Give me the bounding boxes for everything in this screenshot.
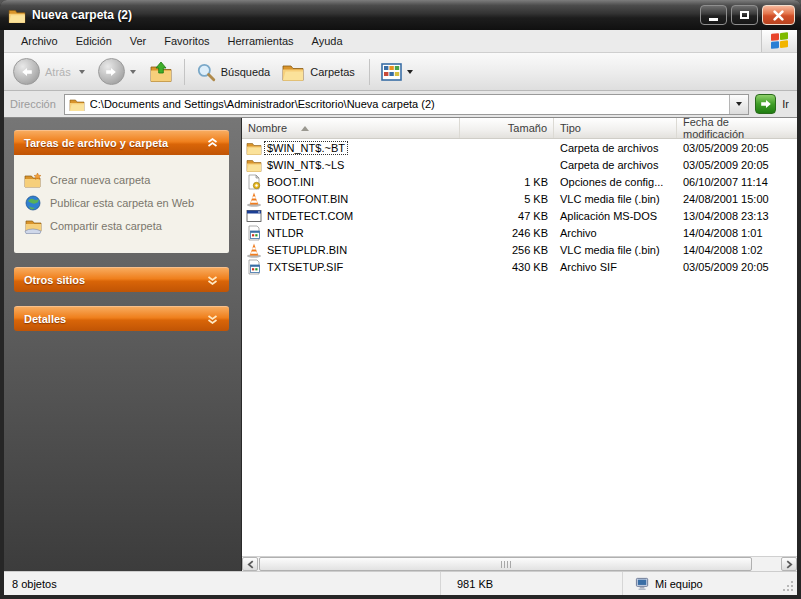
back-label: Atrás bbox=[45, 66, 71, 78]
chevron-up-icon bbox=[206, 138, 219, 148]
content-area: Tareas de archivo y carpeta Crear nueva … bbox=[4, 118, 797, 571]
column-tipo[interactable]: Tipo bbox=[554, 118, 677, 138]
panel-file-tasks: Tareas de archivo y carpeta Crear nueva … bbox=[14, 130, 229, 253]
file-size: 430 KB bbox=[460, 261, 554, 273]
file-row[interactable]: BOOT.INI 1 KB Opciones de config... 06/1… bbox=[242, 173, 797, 190]
file-name: TXTSETUP.SIF bbox=[265, 261, 345, 273]
title-bar: Nueva carpeta (2) bbox=[0, 0, 801, 30]
chevron-down-icon bbox=[206, 275, 219, 285]
panel-detalles-header[interactable]: Detalles bbox=[14, 306, 229, 331]
sort-ascending-icon bbox=[301, 126, 309, 131]
toolbar: Atrás Búsqueda bbox=[4, 53, 797, 91]
file-type: Opciones de config... bbox=[554, 176, 677, 188]
file-date: 14/04/2008 1:02 bbox=[677, 244, 797, 256]
address-input[interactable]: C:\Documents and Settings\Administrador\… bbox=[64, 94, 749, 115]
address-path: C:\Documents and Settings\Administrador\… bbox=[90, 98, 729, 110]
column-tamano[interactable]: Tamaño bbox=[460, 118, 554, 138]
search-icon bbox=[196, 62, 216, 82]
file-row[interactable]: $WIN_NT$.~LS Carpeta de archivos 03/05/2… bbox=[242, 156, 797, 173]
folders-button[interactable]: Carpetas bbox=[278, 60, 361, 84]
new-folder-icon bbox=[24, 172, 42, 188]
file-date: 24/08/2001 15:00 bbox=[677, 193, 797, 205]
system-file-icon bbox=[246, 259, 262, 275]
window-title: Nueva carpeta (2) bbox=[32, 8, 700, 22]
panel-file-tasks-header[interactable]: Tareas de archivo y carpeta bbox=[14, 130, 229, 155]
address-dropdown-button[interactable] bbox=[729, 95, 748, 114]
toolbar-separator bbox=[184, 59, 185, 85]
task-crear-nueva-carpeta[interactable]: Crear nueva carpeta bbox=[24, 172, 221, 188]
publish-web-icon bbox=[24, 195, 42, 211]
views-button[interactable] bbox=[378, 61, 421, 83]
scroll-right-button[interactable] bbox=[781, 557, 797, 571]
file-name: NTLDR bbox=[265, 227, 306, 239]
folder-icon bbox=[246, 140, 262, 156]
search-label: Búsqueda bbox=[221, 66, 271, 78]
config-file-icon bbox=[246, 174, 262, 190]
menu-ayuda[interactable]: Ayuda bbox=[303, 32, 352, 50]
forward-button[interactable] bbox=[95, 56, 144, 87]
explorer-window: Nueva carpeta (2) Archivo Edición Ver Fa… bbox=[0, 0, 801, 599]
menu-archivo[interactable]: Archivo bbox=[12, 32, 67, 50]
file-size: 256 KB bbox=[460, 244, 554, 256]
file-date: 03/05/2009 20:05 bbox=[677, 159, 797, 171]
panel-otros-sitios: Otros sitios bbox=[14, 267, 229, 292]
task-label: Crear nueva carpeta bbox=[50, 174, 150, 186]
file-type: VLC media file (.bin) bbox=[554, 193, 677, 205]
status-bar: 8 objetos 981 KB Mi equipo bbox=[4, 571, 797, 595]
task-label: Compartir esta carpeta bbox=[50, 220, 162, 232]
menu-herramientas[interactable]: Herramientas bbox=[219, 32, 303, 50]
status-location: Mi equipo bbox=[622, 572, 797, 595]
close-button[interactable] bbox=[762, 5, 795, 25]
file-type: Aplicación MS-DOS bbox=[554, 210, 677, 222]
scrollbar-track[interactable] bbox=[259, 557, 780, 571]
task-publicar-carpeta-web[interactable]: Publicar esta carpeta en Web bbox=[24, 195, 221, 211]
column-nombre[interactable]: Nombre bbox=[242, 118, 460, 138]
file-row[interactable]: NTDETECT.COM 47 KB Aplicación MS-DOS 13/… bbox=[242, 207, 797, 224]
scrollbar-thumb[interactable] bbox=[259, 557, 752, 571]
go-label: Ir bbox=[782, 98, 791, 110]
file-type: Carpeta de archivos bbox=[554, 159, 677, 171]
file-row[interactable]: $WIN_NT$.~BT Carpeta de archivos 03/05/2… bbox=[242, 139, 797, 156]
file-row[interactable]: SETUPLDR.BIN 256 KB VLC media file (.bin… bbox=[242, 241, 797, 258]
file-type: VLC media file (.bin) bbox=[554, 244, 677, 256]
file-date: 13/04/2008 23:13 bbox=[677, 210, 797, 222]
views-dropdown-icon bbox=[407, 70, 413, 74]
share-folder-icon bbox=[24, 218, 42, 234]
file-type: Carpeta de archivos bbox=[554, 142, 677, 154]
file-name: SETUPLDR.BIN bbox=[265, 244, 349, 256]
file-date: 03/05/2009 20:05 bbox=[677, 142, 797, 154]
window-folder-icon bbox=[8, 8, 26, 23]
windows-flag-icon bbox=[771, 32, 789, 50]
folder-up-icon bbox=[149, 61, 173, 83]
file-row[interactable]: BOOTFONT.BIN 5 KB VLC media file (.bin) … bbox=[242, 190, 797, 207]
file-name: BOOT.INI bbox=[265, 176, 316, 188]
column-fecha[interactable]: Fecha de modificación bbox=[677, 118, 797, 138]
back-dropdown-icon bbox=[79, 70, 85, 74]
toolbar-separator bbox=[369, 59, 370, 85]
panel-title: Otros sitios bbox=[24, 274, 206, 286]
file-list: Nombre Tamaño Tipo Fecha de modificación… bbox=[242, 118, 797, 571]
panel-title: Detalles bbox=[24, 313, 206, 325]
scroll-left-button[interactable] bbox=[242, 557, 258, 571]
file-date: 06/10/2007 11:14 bbox=[677, 176, 797, 188]
back-button[interactable]: Atrás bbox=[10, 56, 93, 87]
resize-grip[interactable] bbox=[782, 580, 794, 592]
menu-favoritos[interactable]: Favoritos bbox=[155, 32, 218, 50]
maximize-button[interactable] bbox=[731, 5, 758, 25]
chevron-left-icon bbox=[247, 560, 254, 569]
address-label: Dirección bbox=[10, 98, 58, 110]
minimize-button[interactable] bbox=[700, 5, 727, 25]
minimize-icon bbox=[709, 18, 718, 21]
go-button[interactable] bbox=[755, 94, 776, 114]
status-object-count: 8 objetos bbox=[4, 578, 440, 590]
file-row[interactable]: NTLDR 246 KB Archivo 14/04/2008 1:01 bbox=[242, 224, 797, 241]
panel-otros-sitios-header[interactable]: Otros sitios bbox=[14, 267, 229, 292]
menu-ver[interactable]: Ver bbox=[121, 32, 156, 50]
task-compartir-carpeta[interactable]: Compartir esta carpeta bbox=[24, 218, 221, 234]
folders-label: Carpetas bbox=[310, 66, 355, 78]
search-button[interactable]: Búsqueda bbox=[193, 60, 277, 84]
menu-edicion[interactable]: Edición bbox=[67, 32, 121, 50]
file-row[interactable]: TXTSETUP.SIF 430 KB Archivo SIF 03/05/20… bbox=[242, 258, 797, 275]
folder-icon bbox=[246, 157, 262, 173]
up-button[interactable] bbox=[146, 59, 176, 85]
